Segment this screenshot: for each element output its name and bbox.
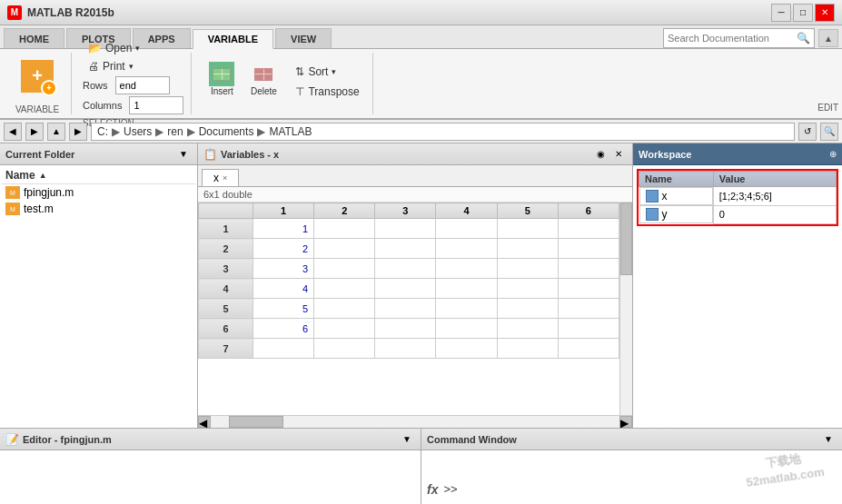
td-r4c5[interactable] xyxy=(497,279,558,299)
print-button[interactable]: 🖨 Print ▾ xyxy=(83,58,139,74)
back-button[interactable]: ◀ xyxy=(4,123,22,141)
search-addr-button[interactable]: 🔍 xyxy=(820,123,838,141)
sort-dropdown-icon[interactable]: ▾ xyxy=(332,67,336,76)
open-dropdown-icon[interactable]: ▾ xyxy=(135,44,140,53)
td-r4c3[interactable] xyxy=(375,279,436,299)
td-r1c3[interactable] xyxy=(375,219,436,239)
td-r1c1[interactable]: 1 xyxy=(253,219,314,239)
current-folder-title: Current Folder xyxy=(5,149,74,160)
columns-input[interactable] xyxy=(129,96,183,114)
td-r2c5[interactable] xyxy=(497,239,558,259)
td-r6c6[interactable] xyxy=(558,319,619,339)
td-r6c1[interactable]: 6 xyxy=(253,319,314,339)
td-r3c3[interactable] xyxy=(375,259,436,279)
table-row: 1 1 xyxy=(199,219,619,239)
refresh-button[interactable]: ↺ xyxy=(798,123,817,141)
td-r4c1[interactable]: 4 xyxy=(253,279,314,299)
command-window-menu-button[interactable]: ▼ xyxy=(820,432,837,447)
tab-view[interactable]: VIEW xyxy=(275,28,332,48)
maximize-button[interactable]: □ xyxy=(793,4,813,22)
search-box[interactable]: 🔍 xyxy=(663,28,815,48)
td-r1c4[interactable] xyxy=(436,219,497,239)
close-button[interactable]: ✕ xyxy=(815,4,835,22)
td-r7c5[interactable] xyxy=(497,339,558,359)
td-row-7: 7 xyxy=(199,339,253,359)
sort-button[interactable]: ⇅ Sort ▾ xyxy=(290,64,364,80)
open-row: 📂 Open ▾ xyxy=(83,40,183,56)
print-dropdown-icon[interactable]: ▾ xyxy=(129,62,134,71)
td-r7c3[interactable] xyxy=(375,339,436,359)
td-r1c6[interactable] xyxy=(558,219,619,239)
td-r3c5[interactable] xyxy=(497,259,558,279)
command-window-content[interactable]: fx >> xyxy=(421,450,842,504)
td-r1c2[interactable] xyxy=(314,219,375,239)
variables-close-button[interactable]: ✕ xyxy=(610,147,627,162)
td-r4c6[interactable] xyxy=(558,279,619,299)
list-item[interactable]: M test.m xyxy=(2,201,195,217)
command-window-title: Command Window xyxy=(427,434,517,445)
insert-button[interactable]: Insert xyxy=(203,60,241,98)
td-r7c6[interactable] xyxy=(558,339,619,359)
editor-menu-button[interactable]: ▼ xyxy=(399,432,415,447)
open-button[interactable]: 📂 Open ▾ xyxy=(83,40,145,56)
td-r2c4[interactable] xyxy=(436,239,497,259)
td-r5c4[interactable] xyxy=(436,299,497,319)
table-scroll-area[interactable]: 1 2 3 4 5 6 1 1 xyxy=(198,203,619,415)
search-input[interactable] xyxy=(668,33,793,44)
td-r3c2[interactable] xyxy=(314,259,375,279)
h-scroll-thumb[interactable] xyxy=(229,416,283,428)
variable-tab-x[interactable]: x × xyxy=(202,169,239,186)
td-r2c3[interactable] xyxy=(375,239,436,259)
v-scroll-thumb[interactable] xyxy=(620,203,632,275)
delete-button[interactable]: Delete xyxy=(244,60,282,98)
tab-home[interactable]: HOME xyxy=(4,28,64,48)
up-button[interactable]: ▲ xyxy=(47,123,65,141)
td-r5c6[interactable] xyxy=(558,299,619,319)
h-scroll-left[interactable]: ◀ xyxy=(198,416,211,428)
td-r5c5[interactable] xyxy=(497,299,558,319)
td-r5c3[interactable] xyxy=(375,299,436,319)
td-r2c2[interactable] xyxy=(314,239,375,259)
rows-input[interactable] xyxy=(115,76,170,94)
editor-content[interactable] xyxy=(0,450,421,504)
td-r7c4[interactable] xyxy=(436,339,497,359)
list-item[interactable]: M fpingjun.m xyxy=(2,184,195,201)
td-r5c1[interactable]: 5 xyxy=(253,299,314,319)
td-r5c2[interactable] xyxy=(314,299,375,319)
workspace-menu-button[interactable]: ⊕ xyxy=(829,149,837,159)
ws-matrix-icon xyxy=(646,190,659,203)
td-r6c3[interactable] xyxy=(375,319,436,339)
td-r2c6[interactable] xyxy=(558,239,619,259)
td-r6c2[interactable] xyxy=(314,319,375,339)
td-r3c6[interactable] xyxy=(558,259,619,279)
forward-button[interactable]: ▶ xyxy=(25,123,44,141)
td-r2c1[interactable]: 2 xyxy=(253,239,314,259)
ws-var-name-x: x xyxy=(639,187,713,205)
td-r3c1[interactable]: 3 xyxy=(253,259,314,279)
table-horizontal-scrollbar[interactable]: ◀ ▶ xyxy=(198,415,632,428)
ribbon-toolbar: + ▾ VARIABLE 📂 Open ▾ 🖨 Print ▾ xyxy=(0,49,842,120)
minimize-button[interactable]: ─ xyxy=(771,4,791,22)
td-r7c1[interactable] xyxy=(253,339,314,359)
expand-icon[interactable]: ▲ xyxy=(818,29,838,47)
td-r7c2[interactable] xyxy=(314,339,375,359)
transpose-button[interactable]: ⊤ Transpose xyxy=(290,84,364,100)
new-from-selection-button[interactable]: + ▾ xyxy=(11,53,64,99)
h-scroll-right[interactable]: ▶ xyxy=(619,416,632,428)
tab-variable[interactable]: VARIABLE xyxy=(193,29,273,49)
file-list: Name ▲ M fpingjun.m M test.m xyxy=(0,165,197,428)
td-r1c5[interactable] xyxy=(497,219,558,239)
workspace-row[interactable]: y 0 xyxy=(639,205,837,223)
td-r4c2[interactable] xyxy=(314,279,375,299)
variable-tab-x-close[interactable]: × xyxy=(223,173,227,183)
td-r3c4[interactable] xyxy=(436,259,497,279)
address-path[interactable]: C: ▶ Users ▶ ren ▶ Documents ▶ MATLAB xyxy=(91,123,795,141)
workspace-row[interactable]: x [1;2;3;4;5;6] xyxy=(639,187,837,206)
variables-undock-button[interactable]: ◉ xyxy=(592,147,609,162)
current-folder-menu-button[interactable]: ▼ xyxy=(175,147,192,162)
td-r4c4[interactable] xyxy=(436,279,497,299)
browse-button[interactable]: ▶ xyxy=(69,123,87,141)
td-r6c4[interactable] xyxy=(436,319,497,339)
td-r6c5[interactable] xyxy=(497,319,558,339)
table-vertical-scrollbar[interactable] xyxy=(619,203,632,415)
